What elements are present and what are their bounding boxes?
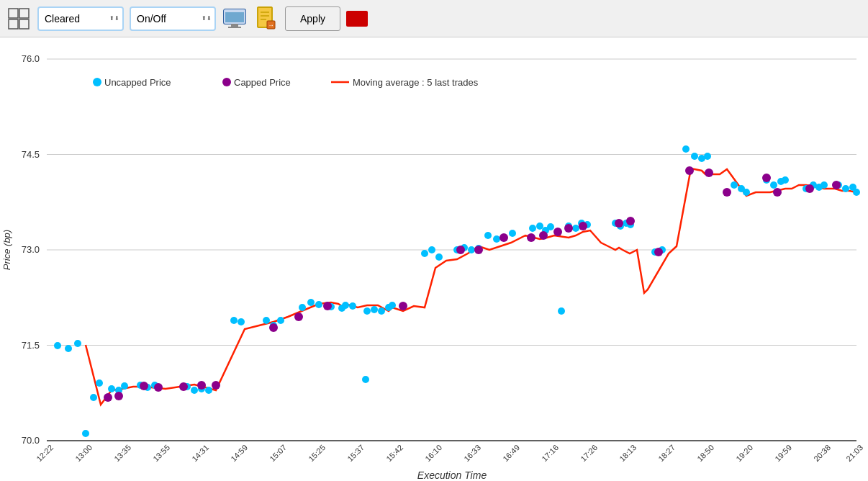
svg-text:15:25: 15:25: [307, 443, 327, 463]
svg-point-139: [399, 302, 407, 310]
svg-point-79: [371, 306, 378, 313]
chart-svg: 76.0 74.5 73.0 71.5 70.0 12:22 13:00 13:…: [0, 37, 868, 481]
svg-point-116: [743, 189, 750, 196]
svg-text:14:31: 14:31: [190, 443, 210, 463]
svg-point-58: [121, 382, 128, 390]
svg-point-91: [484, 232, 492, 239]
svg-text:18:50: 18:50: [695, 443, 715, 463]
svg-text:18:13: 18:13: [618, 443, 638, 463]
chart-container: 76.0 74.5 73.0 71.5 70.0 12:22 13:00 13:…: [0, 37, 868, 481]
svg-text:Uncapped Price: Uncapped Price: [104, 77, 171, 88]
svg-point-126: [842, 185, 849, 192]
svg-point-144: [539, 231, 548, 240]
svg-text:76.0: 76.0: [22, 53, 40, 64]
svg-text:16:33: 16:33: [462, 443, 482, 463]
svg-point-145: [553, 228, 562, 236]
svg-point-148: [615, 219, 623, 228]
apply-button[interactable]: Apply: [285, 6, 340, 31]
svg-point-94: [509, 230, 516, 237]
svg-text:Capped Price: Capped Price: [234, 77, 291, 88]
svg-point-66: [230, 317, 238, 324]
svg-point-56: [108, 385, 115, 392]
svg-point-143: [527, 233, 535, 242]
svg-point-50: [54, 342, 61, 349]
svg-point-154: [762, 174, 771, 182]
svg-point-70: [277, 317, 284, 324]
svg-text:13:00: 13:00: [73, 443, 94, 463]
svg-text:17:26: 17:26: [579, 443, 599, 463]
svg-point-110: [682, 145, 690, 153]
toolbar: Cleared All OTC Exchange On/Off On Off: [0, 0, 868, 37]
svg-point-146: [564, 224, 573, 233]
svg-point-71: [299, 304, 306, 311]
svg-point-53: [82, 430, 89, 437]
svg-text:18:27: 18:27: [656, 443, 677, 463]
svg-rect-8: [225, 12, 244, 22]
svg-point-68: [263, 317, 270, 324]
svg-text:17:16: 17:16: [540, 443, 560, 463]
svg-point-52: [74, 340, 81, 347]
svg-point-96: [536, 222, 543, 230]
svg-point-120: [782, 176, 789, 184]
svg-point-128: [853, 189, 860, 196]
svg-point-111: [691, 153, 698, 160]
svg-point-103: [558, 307, 565, 315]
svg-point-124: [820, 181, 828, 189]
svg-rect-0: [9, 9, 18, 18]
svg-rect-6: [231, 24, 238, 27]
onoff-filter-wrapper: On/Off On Off: [130, 6, 216, 31]
svg-rect-3: [19, 19, 29, 29]
svg-point-157: [832, 181, 841, 189]
svg-text:20:38: 20:38: [812, 443, 832, 463]
svg-point-135: [212, 381, 220, 390]
svg-point-92: [493, 235, 500, 243]
svg-point-83: [362, 376, 369, 383]
svg-point-54: [90, 394, 97, 401]
svg-point-63: [191, 387, 198, 394]
svg-text:73.0: 73.0: [22, 244, 40, 255]
svg-point-140: [456, 246, 465, 254]
svg-text:16:10: 16:10: [423, 443, 443, 463]
svg-point-155: [773, 188, 782, 197]
svg-text:15:37: 15:37: [345, 443, 366, 463]
svg-text:Execution Time: Execution Time: [417, 469, 487, 481]
svg-text:21:03: 21:03: [844, 443, 864, 463]
svg-text:19:59: 19:59: [773, 443, 793, 463]
svg-point-142: [499, 233, 508, 242]
svg-text:19:20: 19:20: [734, 443, 754, 463]
svg-point-137: [294, 313, 303, 321]
monitor-icon[interactable]: [222, 6, 248, 32]
svg-point-133: [179, 382, 188, 391]
svg-point-160: [222, 78, 231, 86]
svg-text:12:22: 12:22: [35, 443, 55, 463]
svg-point-82: [389, 302, 396, 309]
svg-point-156: [805, 184, 814, 193]
svg-text:Moving average : 5 last trades: Moving average : 5 last trades: [353, 77, 479, 88]
svg-point-72: [307, 299, 315, 306]
svg-point-141: [474, 246, 483, 254]
svg-point-84: [421, 250, 428, 257]
svg-point-85: [428, 246, 435, 253]
svg-point-78: [363, 307, 371, 315]
svg-point-118: [770, 181, 777, 189]
cleared-filter[interactable]: Cleared All OTC Exchange: [37, 6, 124, 31]
svg-point-98: [547, 223, 554, 230]
grid-icon[interactable]: [6, 6, 32, 32]
svg-point-153: [723, 188, 731, 197]
svg-point-114: [731, 181, 738, 189]
svg-text:15:42: 15:42: [384, 443, 404, 463]
onoff-filter[interactable]: On/Off On Off: [130, 6, 216, 31]
svg-text:13:55: 13:55: [151, 443, 171, 463]
svg-text:70.0: 70.0: [22, 435, 40, 446]
report-icon[interactable]: →: [253, 6, 279, 32]
svg-point-151: [685, 166, 694, 175]
svg-text:Price (bp): Price (bp): [1, 230, 12, 270]
svg-text:→: →: [268, 22, 274, 29]
svg-point-77: [349, 302, 356, 310]
svg-point-129: [104, 393, 112, 402]
svg-point-131: [140, 382, 148, 390]
cleared-filter-wrapper: Cleared All OTC Exchange: [37, 6, 124, 31]
svg-point-76: [342, 302, 349, 309]
svg-point-130: [114, 392, 123, 400]
svg-text:71.5: 71.5: [22, 340, 40, 351]
